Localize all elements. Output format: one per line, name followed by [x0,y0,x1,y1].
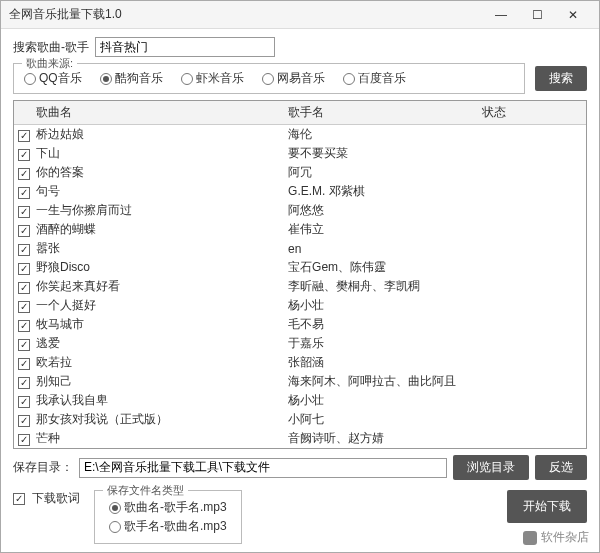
row-artist: 于嘉乐 [288,335,482,352]
row-checkbox[interactable] [18,149,30,161]
save-label: 保存目录： [13,459,73,476]
row-checkbox[interactable] [18,130,30,142]
row-song: 你的答案 [36,164,288,181]
row-song: 酒醉的蝴蝶 [36,221,288,238]
row-song: 一生与你擦肩而过 [36,202,288,219]
row-artist: 张韶涵 [288,354,482,371]
source-radio-1[interactable]: 酷狗音乐 [100,70,163,87]
close-button[interactable]: ✕ [555,4,591,26]
table-row[interactable]: 欧若拉张韶涵 [14,353,586,372]
row-checkbox[interactable] [18,282,30,294]
table-row[interactable]: 一生与你擦肩而过阿悠悠 [14,201,586,220]
table-row[interactable]: 芒种音阙诗听、赵方婧 [14,429,586,448]
row-checkbox[interactable] [18,225,30,237]
row-artist: 海来阿木、阿呷拉古、曲比阿且 [288,373,482,390]
row-song: 我承认我自卑 [36,392,288,409]
row-checkbox[interactable] [18,415,30,427]
save-path-input[interactable] [79,458,447,478]
row-artist: 李昕融、樊桐舟、李凯稠 [288,278,482,295]
row-checkbox[interactable] [18,263,30,275]
table-row[interactable]: 一个人挺好杨小壮 [14,296,586,315]
table-row[interactable]: 酒醉的蝴蝶崔伟立 [14,220,586,239]
row-song: 你笑起来真好看 [36,278,288,295]
row-checkbox[interactable] [18,320,30,332]
row-artist: 杨小壮 [288,392,482,409]
table-row[interactable]: 牧马城市毛不易 [14,315,586,334]
row-artist: 宝石Gem、陈伟霆 [288,259,482,276]
radio-icon [262,73,274,85]
table-row[interactable]: 桥边姑娘海伦 [14,125,586,144]
radio-icon [24,73,36,85]
maximize-button[interactable]: ☐ [519,4,555,26]
wechat-icon [523,531,537,545]
row-checkbox[interactable] [18,206,30,218]
row-song: 句号 [36,183,288,200]
radio-icon [109,521,121,533]
radio-icon [109,502,121,514]
row-song: 芒种 [36,430,288,447]
row-checkbox[interactable] [18,377,30,389]
row-artist: 小阿七 [288,411,482,428]
footer-tag: 软件杂店 [523,529,589,546]
row-song: 一个人挺好 [36,297,288,314]
search-button[interactable]: 搜索 [535,66,587,91]
row-checkbox[interactable] [18,339,30,351]
row-song: 下山 [36,145,288,162]
col-status: 状态 [482,104,582,121]
row-checkbox[interactable] [18,358,30,370]
table-row[interactable]: 那女孩对我说（正式版）小阿七 [14,410,586,429]
lyrics-label: 下载歌词 [32,490,80,507]
fileformat-opt2[interactable]: 歌手名-歌曲名.mp3 [109,518,227,535]
minimize-button[interactable]: — [483,4,519,26]
table-row[interactable]: 我承认我自卑杨小壮 [14,391,586,410]
row-artist: 海伦 [288,126,482,143]
lyrics-checkbox[interactable]: 下载歌词 [13,490,80,507]
fileformat-opt1[interactable]: 歌曲名-歌手名.mp3 [109,499,227,516]
row-artist: 阿悠悠 [288,202,482,219]
row-song: 野狼Disco [36,259,288,276]
source-radio-2[interactable]: 虾米音乐 [181,70,244,87]
row-song: 欧若拉 [36,354,288,371]
search-input[interactable] [95,37,275,57]
fileformat-fieldset: 保存文件名类型 歌曲名-歌手名.mp3 歌手名-歌曲名.mp3 [94,490,242,544]
row-checkbox[interactable] [18,434,30,446]
table-row[interactable]: 嚣张en [14,239,586,258]
source-radio-0[interactable]: QQ音乐 [24,70,82,87]
row-song: 别知己 [36,373,288,390]
table-row[interactable]: 别知己海来阿木、阿呷拉古、曲比阿且 [14,372,586,391]
table-row[interactable]: 逃爱于嘉乐 [14,334,586,353]
row-song: 那女孩对我说（正式版） [36,411,288,428]
source-fieldset: 歌曲来源: QQ音乐酷狗音乐虾米音乐网易音乐百度音乐 [13,63,525,94]
table-row[interactable]: 句号G.E.M. 邓紫棋 [14,182,586,201]
source-radio-3[interactable]: 网易音乐 [262,70,325,87]
source-legend: 歌曲来源: [22,56,77,71]
table-row[interactable]: 野狼Disco宝石Gem、陈伟霆 [14,258,586,277]
titlebar: 全网音乐批量下载1.0 — ☐ ✕ [1,1,599,29]
start-button[interactable]: 开始下载 [507,490,587,523]
table-row[interactable]: 你的答案阿冗 [14,163,586,182]
radio-icon [343,73,355,85]
row-artist: 毛不易 [288,316,482,333]
list-header: 歌曲名 歌手名 状态 [14,101,586,125]
row-checkbox[interactable] [18,396,30,408]
row-song: 桥边姑娘 [36,126,288,143]
radio-icon [181,73,193,85]
checkbox-icon [13,493,25,505]
row-song: 逃爱 [36,335,288,352]
row-checkbox[interactable] [18,244,30,256]
row-song: 牧马城市 [36,316,288,333]
table-row[interactable]: 下山要不要买菜 [14,144,586,163]
col-artist: 歌手名 [288,104,482,121]
browse-button[interactable]: 浏览目录 [453,455,529,480]
invert-button[interactable]: 反选 [535,455,587,480]
radio-icon [100,73,112,85]
results-list: 歌曲名 歌手名 状态 桥边姑娘海伦下山要不要买菜你的答案阿冗句号G.E.M. 邓… [13,100,587,449]
source-radio-4[interactable]: 百度音乐 [343,70,406,87]
row-checkbox[interactable] [18,301,30,313]
row-checkbox[interactable] [18,168,30,180]
row-artist: 杨小壮 [288,297,482,314]
table-row[interactable]: 你笑起来真好看李昕融、樊桐舟、李凯稠 [14,277,586,296]
row-artist: 崔伟立 [288,221,482,238]
row-checkbox[interactable] [18,187,30,199]
row-artist: 要不要买菜 [288,145,482,162]
